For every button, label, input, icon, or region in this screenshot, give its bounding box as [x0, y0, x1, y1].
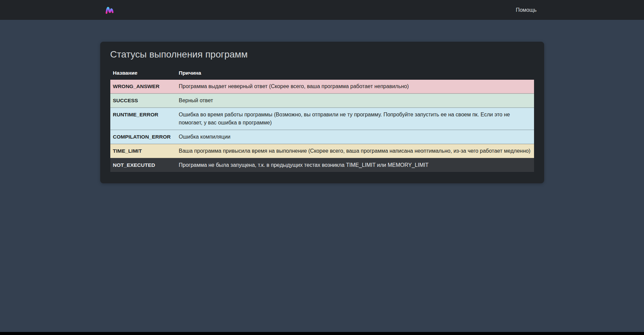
status-reason-cell: Программа не была запущена, т.к. в преды…: [176, 158, 534, 172]
header-reason: Причина: [176, 66, 534, 80]
table-header-row: Название Причина: [110, 66, 534, 80]
table-row: NOT_EXECUTEDПрограмма не была запущена, …: [110, 158, 534, 172]
table-row: COMPILATION_ERRORОшибка компиляции: [110, 130, 534, 144]
main-content: Статусы выполнения программ Название При…: [100, 42, 544, 183]
status-table: Название Причина WRONG_ANSWERПрограмма в…: [110, 66, 534, 173]
table-row: TIME_LIMITВаша программа привысила время…: [110, 144, 534, 158]
status-reason-cell: Программа выдает неверный ответ (Скорее …: [176, 80, 534, 94]
help-link[interactable]: Помощь: [516, 7, 539, 13]
navbar: Помощь: [0, 0, 644, 20]
status-reason-cell: Ваша программа привысила время на выполн…: [176, 144, 534, 158]
status-reason-cell: Верный ответ: [176, 94, 534, 108]
bottom-strip: [0, 332, 644, 335]
page-title: Статусы выполнения программ: [110, 49, 534, 60]
status-name-cell: TIME_LIMIT: [110, 144, 176, 158]
status-card: Статусы выполнения программ Название При…: [100, 42, 544, 183]
status-name-cell: COMPILATION_ERROR: [110, 130, 176, 144]
status-name-cell: SUCCESS: [110, 94, 176, 108]
status-name-cell: RUNTIME_ERROR: [110, 108, 176, 130]
header-name: Название: [110, 66, 176, 80]
table-row: WRONG_ANSWERПрограмма выдает неверный от…: [110, 80, 534, 94]
table-row: RUNTIME_ERRORОшибка во время работы прог…: [110, 108, 534, 130]
status-name-cell: WRONG_ANSWER: [110, 80, 176, 94]
status-reason-cell: Ошибка компиляции: [176, 130, 534, 144]
wave-logo-icon: [105, 5, 114, 15]
status-table-body: WRONG_ANSWERПрограмма выдает неверный от…: [110, 80, 534, 172]
brand-link[interactable]: [105, 5, 114, 15]
table-row: SUCCESSВерный ответ: [110, 94, 534, 108]
status-name-cell: NOT_EXECUTED: [110, 158, 176, 172]
status-reason-cell: Ошибка во время работы программы (Возмож…: [176, 108, 534, 130]
